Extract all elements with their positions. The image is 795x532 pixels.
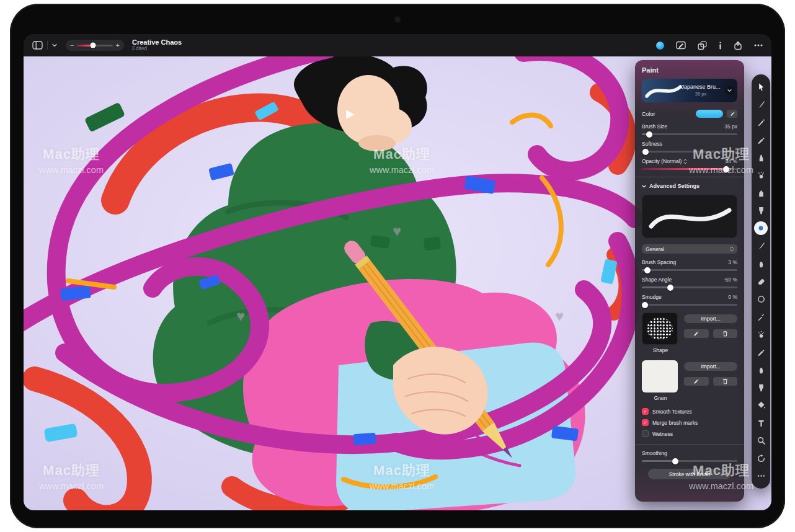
softness-slider[interactable]: Softness [642, 141, 737, 153]
blend-mode-stepper-icon[interactable] [683, 159, 687, 164]
brush-size-quick-slider[interactable]: − + [66, 40, 124, 51]
slider-value: -50 % [724, 277, 737, 283]
shape-tool[interactable] [754, 292, 768, 306]
document-status: Edited [132, 46, 182, 52]
smudge-tool[interactable] [754, 257, 768, 270]
shape-angle-slider[interactable]: Shape Angle-50 % [642, 277, 737, 288]
brush-size-slider[interactable]: Brush Size35 px [642, 123, 737, 135]
share-icon[interactable] [734, 41, 742, 50]
opacity-slider[interactable]: Opacity (Normal) 84 % [642, 158, 737, 170]
zoom-plus-button[interactable]: + [116, 42, 120, 49]
checkbox-merge-brush-marks[interactable]: ✓ Merge brush marks [642, 419, 737, 426]
slider-label: Softness [642, 141, 662, 147]
checkbox-label: Merge brush marks [652, 420, 698, 426]
info-icon[interactable] [719, 42, 722, 50]
texture-brush-tool[interactable] [754, 381, 768, 394]
shape-edit-button[interactable] [684, 329, 709, 338]
wet-brush-tool[interactable] [754, 239, 768, 253]
color-swatch[interactable] [696, 110, 723, 118]
slider-label: Brush Size [642, 123, 667, 130]
panel-divider [635, 177, 744, 177]
checkbox-smooth-textures[interactable]: ✓ Smooth Textures [642, 408, 737, 415]
ink-pen-tool[interactable] [754, 115, 768, 129]
brush-size-caption: 35 px [679, 91, 722, 97]
brush-name: Japanese Bru... [679, 84, 722, 90]
dropdown-value: General [646, 246, 730, 252]
paint-brush-tool[interactable] [754, 98, 768, 112]
crayon-tool[interactable] [754, 186, 768, 200]
checkbox-label: Smooth Textures [652, 409, 692, 415]
document-title-block: Creative Chaos Edited [132, 38, 182, 52]
slider-label: Smudge [642, 294, 662, 300]
slider-label: Smoothing [642, 450, 667, 456]
paint-tool[interactable] [754, 221, 768, 235]
slider-label: Brush Spacing [642, 259, 676, 265]
grain-caption: Grain [642, 395, 679, 401]
chevron-up-down-icon [730, 246, 734, 252]
color-row: Color [642, 110, 737, 118]
move-tool[interactable] [754, 80, 768, 94]
splatter-tool[interactable] [754, 327, 768, 341]
color-edit-button[interactable] [727, 110, 737, 118]
brush-spacing-slider[interactable]: Brush Spacing3 % [642, 259, 737, 271]
panel-divider [635, 444, 744, 445]
checkbox-group: ✓ Smooth Textures ✓ Merge brush marks We… [642, 408, 737, 437]
brush-selector-chevron[interactable] [725, 86, 734, 95]
smudge-slider[interactable]: Smudge0 % [642, 294, 737, 306]
sidebar-toggle-button[interactable] [32, 41, 43, 50]
panel-title: Paint [642, 66, 737, 74]
pencil-icon [693, 331, 699, 337]
zoom-tool[interactable] [754, 434, 768, 448]
edit-canvas-icon[interactable] [676, 41, 686, 50]
zoom-minus-button[interactable]: − [70, 42, 74, 49]
color-well[interactable] [656, 42, 664, 50]
shape-thumbnail[interactable] [642, 313, 678, 345]
airbrush-tool[interactable] [754, 169, 768, 182]
fill-tool[interactable] [754, 399, 768, 412]
brush-preview-box [642, 195, 737, 238]
checkbox-label: Wetness [652, 431, 673, 437]
pencil-tool[interactable] [754, 133, 768, 147]
text-tool[interactable] [754, 416, 768, 430]
color-label: Color [642, 111, 696, 117]
more-tools[interactable] [754, 469, 768, 483]
layers-icon[interactable] [698, 41, 707, 50]
slider-label: Shape Angle [642, 277, 672, 283]
brush-selector[interactable]: Japanese Bru... 35 px [642, 79, 737, 102]
toolbar-divider [47, 41, 48, 50]
shape-delete-button[interactable] [713, 329, 738, 338]
quick-slider-track[interactable] [77, 45, 112, 47]
shape-import-button[interactable]: Import... [684, 314, 737, 323]
grain-texture-row: Grain Import... [642, 360, 737, 401]
paint-panel: Paint Japanese Bru... 35 px Color [635, 60, 744, 502]
stroke-with-brush-button[interactable]: Stroke with Brush [648, 469, 731, 479]
detail-pencil-tool[interactable] [754, 345, 768, 359]
more-icon[interactable] [754, 44, 763, 47]
advanced-settings-header[interactable]: Advanced Settings [642, 183, 737, 189]
grain-import-button[interactable]: Import... [684, 362, 737, 371]
shape-texture-row: Shape Import... [642, 313, 737, 353]
grain-delete-button[interactable] [713, 377, 738, 386]
toolbar-top: − + Creative Chaos Edited [24, 34, 771, 56]
flat-brush-tool[interactable] [754, 204, 768, 218]
brush-mode-dropdown[interactable]: General [642, 244, 737, 254]
smoothing-slider[interactable]: Smoothing [642, 450, 737, 462]
rotate-tool[interactable] [754, 451, 768, 465]
grain-thumbnail[interactable] [642, 360, 678, 392]
checkbox-wetness[interactable]: Wetness [642, 430, 737, 437]
device-frame: − + Creative Chaos Edited [10, 4, 785, 528]
chevron-down-icon[interactable] [52, 43, 57, 47]
eyedropper-tool[interactable] [754, 310, 768, 324]
slider-value: 35 px [724, 123, 737, 130]
grain-edit-button[interactable] [684, 377, 709, 386]
trash-icon [722, 330, 728, 337]
brush-stroke-preview-icon [642, 79, 698, 102]
marker-tool[interactable] [754, 151, 768, 164]
slider-value: 3 % [728, 259, 737, 265]
slider-value: 84 % [726, 158, 737, 164]
slider-value: 0 % [728, 294, 737, 300]
eraser-tool[interactable] [754, 275, 768, 288]
blend-tool[interactable] [754, 363, 768, 377]
shape-caption: Shape [642, 347, 679, 353]
advanced-settings-label: Advanced Settings [649, 183, 700, 189]
